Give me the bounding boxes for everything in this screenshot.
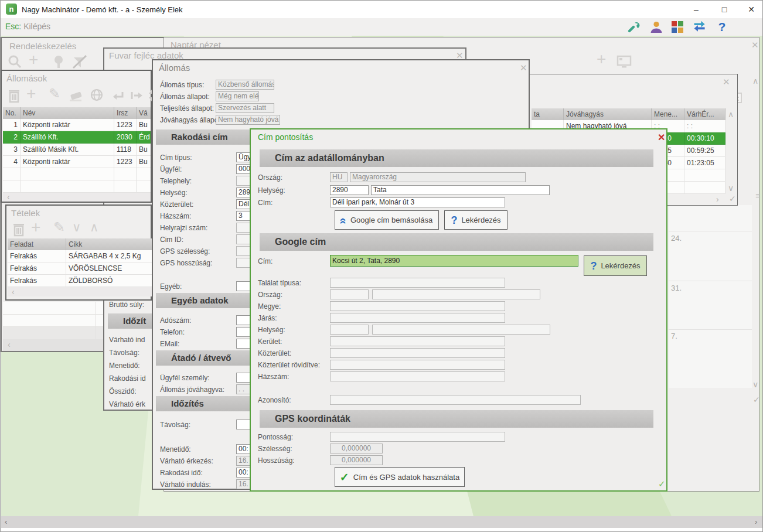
teljesites-allapot-field[interactable]: Szervezés alatt xyxy=(216,103,274,113)
google-kozterulet-field[interactable] xyxy=(330,348,505,358)
indent-arrow-icon[interactable] xyxy=(130,88,144,103)
search-icon[interactable] xyxy=(8,54,23,70)
table-row-selected[interactable]: 2Szállító Kft.2030Érd xyxy=(3,131,151,144)
minimize-button[interactable]: – xyxy=(687,5,705,14)
col-cikk[interactable]: Cikk xyxy=(66,238,152,250)
scroll-right-icon[interactable]: › xyxy=(716,195,719,204)
swap-arrows-icon[interactable] xyxy=(690,20,710,34)
scroll-left-icon[interactable]: ‹ xyxy=(7,192,10,202)
maximize-button[interactable]: □ xyxy=(716,5,733,14)
col-jovahagyas[interactable]: Jóváhagyás xyxy=(564,108,652,120)
table-row[interactable]: FelrakásVÖRÖSLENCSE xyxy=(8,262,152,275)
scroll-up-icon[interactable]: ∧ xyxy=(728,110,734,119)
cim-pontositas-close-icon[interactable]: ✕ xyxy=(658,132,665,143)
add-icon[interactable]: + xyxy=(26,87,36,100)
user-icon[interactable] xyxy=(646,20,666,34)
splitter-grip-icon[interactable]: ≡ xyxy=(755,191,760,200)
col-ta[interactable]: ta xyxy=(532,108,564,120)
calendar-day-label[interactable]: 7. xyxy=(671,332,677,340)
google-hazszam-field[interactable] xyxy=(330,371,505,381)
close-button[interactable]: ✕ xyxy=(742,5,760,14)
delete-icon[interactable] xyxy=(12,222,26,237)
col-varos[interactable]: Vá xyxy=(137,107,151,119)
orszag-nev-field[interactable]: Magyarország xyxy=(350,172,526,182)
scroll-down-icon[interactable]: ∨ xyxy=(752,380,758,389)
col-varherkezes[interactable]: VárhÉr... xyxy=(684,108,725,120)
szelesseg-field[interactable]: 0,000000 xyxy=(330,444,383,453)
eraser-icon[interactable] xyxy=(69,90,85,103)
pontossag-field[interactable] xyxy=(330,432,505,442)
tetelek-hscroll[interactable]: ‹ xyxy=(8,287,152,296)
table-row[interactable]: FelrakásZÖLDBORSÓ xyxy=(8,275,152,287)
google-cim-field[interactable]: Kocsi út 2, Tata, 2890 xyxy=(330,255,578,267)
confirm-icon[interactable]: ✓ xyxy=(753,395,760,404)
kozterulet-roviditve-label: Közterület rövidítve: xyxy=(258,361,320,369)
jovahagyas-close-icon[interactable]: ✕ xyxy=(723,77,730,87)
col-menetido[interactable]: Mene... xyxy=(652,108,684,120)
move-up-icon[interactable]: ∧ xyxy=(90,221,98,234)
calendar-day-label[interactable]: 24. xyxy=(671,234,682,243)
google-helyseg-nev-field[interactable] xyxy=(372,325,550,335)
google-orszag-nev-field[interactable] xyxy=(372,289,540,299)
add-icon[interactable]: + xyxy=(31,221,40,234)
talalat-tipusa-label: Találat típusa: xyxy=(258,279,301,287)
helyseg-nev-field[interactable]: Tata xyxy=(371,185,550,195)
scroll-right-icon[interactable]: › xyxy=(755,517,757,526)
talalat-tipusa-field[interactable] xyxy=(330,278,505,288)
screen-view-icon[interactable] xyxy=(616,55,632,69)
google-helyseg-irsz-field[interactable] xyxy=(330,325,369,335)
col-no[interactable]: No. xyxy=(3,107,21,119)
orszag-kod-field[interactable]: HU xyxy=(330,172,348,182)
add-icon[interactable]: + xyxy=(29,53,38,66)
move-down-icon[interactable]: ∨ xyxy=(72,221,81,234)
calendar-add-icon[interactable]: + xyxy=(597,53,606,66)
scroll-left-icon[interactable]: ‹ xyxy=(12,287,15,296)
scroll-down-icon[interactable]: ∨ xyxy=(728,183,734,193)
no-filter-icon[interactable] xyxy=(72,54,87,70)
azonosito-field[interactable] xyxy=(330,395,581,405)
hosszusag-field[interactable]: 0,000000 xyxy=(330,455,383,465)
settings-wrench-icon[interactable] xyxy=(624,20,644,34)
kozterulet-roviditve-field[interactable] xyxy=(330,360,505,370)
google-lekerdezes-button[interactable]: ? Lekérdezés xyxy=(584,255,647,276)
scroll-left-icon[interactable]: ‹ xyxy=(8,340,11,349)
edit-pencil-icon[interactable]: ✎ xyxy=(49,87,60,100)
col-feladat[interactable]: Feladat xyxy=(8,238,66,250)
table-row[interactable]: 4Központi raktár1223Bu xyxy=(3,156,151,168)
col-irsz[interactable]: Irsz xyxy=(114,107,137,119)
edit-pencil-icon[interactable]: ✎ xyxy=(53,221,65,234)
naptar-close-icon[interactable]: ✕ xyxy=(751,40,759,50)
tree-icon[interactable] xyxy=(51,54,66,70)
col-nev[interactable]: Név xyxy=(21,107,114,119)
google-cim-bemasolasa-button[interactable]: « Google cím bemásolása xyxy=(335,210,439,230)
calendar-day-label[interactable]: 31. xyxy=(671,284,682,292)
table-row[interactable]: 3Szállító Másik Kft.1118Bu xyxy=(3,144,151,156)
main-hscrollbar[interactable]: ‹ › xyxy=(1,516,763,528)
allomas-allapot-field[interactable]: Még nem elért xyxy=(216,91,259,101)
cim-field[interactable]: Déli ipari park, Molnár út 3 xyxy=(330,197,505,207)
dialog-confirm-icon[interactable]: ✓ xyxy=(658,479,666,489)
table-row[interactable]: 1Központi raktár1223Bu xyxy=(3,119,151,131)
helyseg-irsz-field[interactable]: 2890 xyxy=(330,185,369,195)
allomas-close-icon[interactable]: ✕ xyxy=(520,63,527,73)
scroll-left-icon[interactable]: ‹ xyxy=(5,517,7,526)
allomasok-hscroll[interactable]: ‹ xyxy=(3,193,151,202)
confirm-icon[interactable]: ✓ xyxy=(729,194,736,203)
jovahagyas-header-row: ta Jóváhagyás Mene... VárhÉr... xyxy=(532,108,725,120)
kerulet-field[interactable] xyxy=(330,336,505,346)
help-icon[interactable]: ? xyxy=(712,20,732,34)
google-orszag-kod-field[interactable] xyxy=(330,289,369,299)
esc-exit[interactable]: Esc: Kilépés xyxy=(5,22,50,31)
jaras-field[interactable] xyxy=(330,313,505,323)
cim-gps-hasznalata-button[interactable]: ✓ Cím és GPS adatok használata xyxy=(335,467,465,487)
undo-arrow-icon[interactable] xyxy=(111,88,125,103)
allomas-tipus-field[interactable]: Közbenső állomás xyxy=(216,80,274,90)
megye-field[interactable] xyxy=(330,301,505,311)
lekerdezes-button[interactable]: ? Lekérdezés xyxy=(444,210,507,230)
jovahagyas-allapot-field[interactable]: Nem hagyható jóvá xyxy=(216,115,280,125)
table-row[interactable]: FelrakásSÁRGABAB 4 x 2,5 Kg xyxy=(8,250,152,262)
modules-grid-icon[interactable] xyxy=(667,20,687,34)
globe-icon[interactable] xyxy=(90,88,104,102)
delete-icon[interactable] xyxy=(7,88,21,104)
scroll-up-icon[interactable]: ∧ xyxy=(752,76,758,86)
